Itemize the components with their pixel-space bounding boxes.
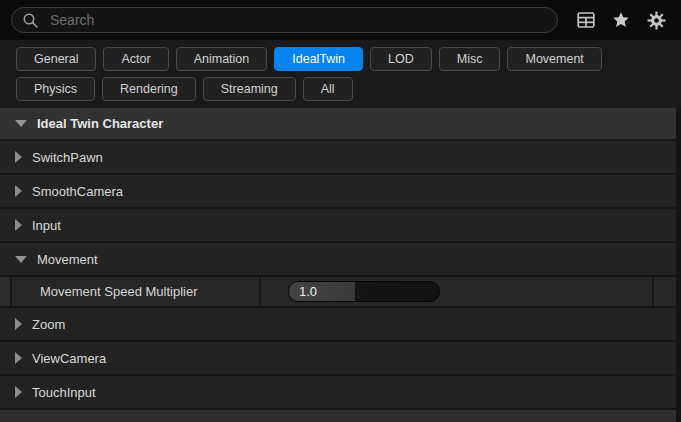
filter-tab-actor[interactable]: Actor [103,47,168,71]
section-row-label: SmoothCamera [32,184,123,199]
filter-tab-physics[interactable]: Physics [16,77,95,101]
category-filters: General Actor Animation IdealTwin LOD Mi… [0,40,681,108]
indent-strip [0,277,12,306]
settings-button[interactable] [645,9,668,32]
category-header-label: Ideal Twin Character [37,116,163,131]
filter-tab-general[interactable]: General [16,47,96,71]
expand-arrow-right-icon [15,219,22,231]
favorites-button[interactable] [610,9,632,31]
section-row-touchinput[interactable]: TouchInput [0,376,681,408]
property-value-cell: 1.0 [261,277,654,306]
search-icon [22,12,39,29]
section-row-label: SwitchPawn [32,150,103,165]
section-row-movement[interactable]: Movement [0,243,681,275]
filter-tab-streaming[interactable]: Streaming [203,77,296,101]
filter-tab-animation[interactable]: Animation [176,47,268,71]
filter-tab-idealtwin[interactable]: IdealTwin [274,47,363,71]
section-row-viewcamera[interactable]: ViewCamera [0,342,681,374]
filter-row-1: General Actor Animation IdealTwin LOD Mi… [16,47,671,71]
movement-speed-multiplier-value: 1.0 [299,284,317,299]
search-input[interactable] [48,11,547,29]
expand-arrow-down-icon [15,256,27,263]
filter-tab-rendering[interactable]: Rendering [102,77,196,101]
settings-gear-icon [647,11,666,30]
section-row-label: Movement [37,252,98,267]
expand-arrow-right-icon [15,318,22,330]
section-row-zoom[interactable]: Zoom [0,308,681,340]
favorites-star-icon [612,11,630,29]
details-list: Ideal Twin Character SwitchPawn SmoothCa… [0,108,681,422]
expand-arrow-right-icon [15,185,22,197]
movement-speed-multiplier-input[interactable]: 1.0 [288,281,440,302]
property-name-cell: Movement Speed Multiplier [12,277,261,306]
toolbar [0,0,681,40]
partial-next-row[interactable] [0,410,681,422]
filter-tab-lod[interactable]: LOD [370,47,432,71]
expand-arrow-right-icon [15,386,22,398]
filter-row-2: Physics Rendering Streaming All [16,77,671,101]
category-header-ideal-twin-character[interactable]: Ideal Twin Character [0,108,681,139]
search-box [11,7,558,33]
scrollbar-gutter[interactable] [676,108,681,422]
section-row-smoothcamera[interactable]: SmoothCamera [0,175,681,207]
expand-arrow-right-icon [15,151,22,163]
section-row-label: Input [32,218,61,233]
property-matrix-icon [577,11,595,29]
filter-tab-misc[interactable]: Misc [439,47,501,71]
property-matrix-button[interactable] [575,9,597,31]
section-row-switchpawn[interactable]: SwitchPawn [0,141,681,173]
toolbar-icons [575,9,668,32]
expand-arrow-down-icon [15,120,27,127]
section-row-label: TouchInput [32,385,96,400]
section-row-label: ViewCamera [32,351,106,366]
section-row-input[interactable]: Input [0,209,681,241]
details-panel: General Actor Animation IdealTwin LOD Mi… [0,0,681,422]
expand-arrow-right-icon [15,352,22,364]
filter-tab-all[interactable]: All [303,77,353,101]
section-row-label: Zoom [32,317,65,332]
property-name-label: Movement Speed Multiplier [40,284,198,299]
filter-tab-movement[interactable]: Movement [507,47,601,71]
property-row-movement-speed-multiplier: Movement Speed Multiplier 1.0 [0,277,681,306]
